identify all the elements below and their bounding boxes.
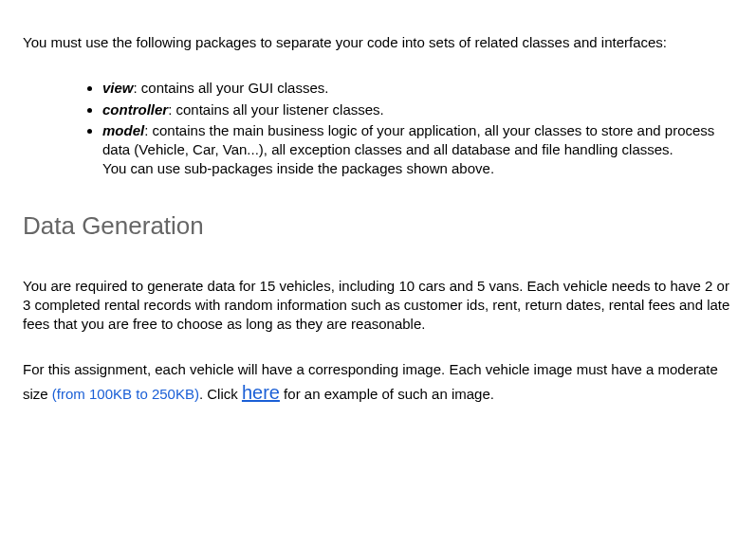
- list-item: model: contains the main business logic …: [102, 121, 733, 179]
- package-desc: : contains all your GUI classes.: [134, 80, 329, 96]
- package-name: controller: [102, 101, 168, 118]
- intro-paragraph: You must use the following packages to s…: [23, 33, 733, 52]
- para-text: for an example of such an image.: [280, 386, 494, 402]
- list-item: controller: contains all your listener c…: [102, 100, 733, 119]
- section-heading: Data Generation: [23, 209, 733, 243]
- package-name: view: [102, 80, 134, 96]
- data-gen-paragraph: You are required to generate data for 15…: [23, 277, 733, 335]
- package-list: view: contains all your GUI classes. con…: [80, 79, 733, 178]
- here-link[interactable]: here: [242, 382, 280, 403]
- para-text: . Click: [199, 386, 242, 402]
- subpackage-note: You can use sub-packages inside the pack…: [102, 160, 494, 176]
- package-name: model: [102, 122, 144, 138]
- package-desc: : contains all your listener classes.: [168, 101, 384, 118]
- image-paragraph: For this assignment, each vehicle will h…: [23, 360, 733, 405]
- size-note: (from 100KB to 250KB): [52, 386, 199, 402]
- package-desc: : contains the main business logic of yo…: [102, 122, 714, 157]
- list-item: view: contains all your GUI classes.: [102, 79, 733, 98]
